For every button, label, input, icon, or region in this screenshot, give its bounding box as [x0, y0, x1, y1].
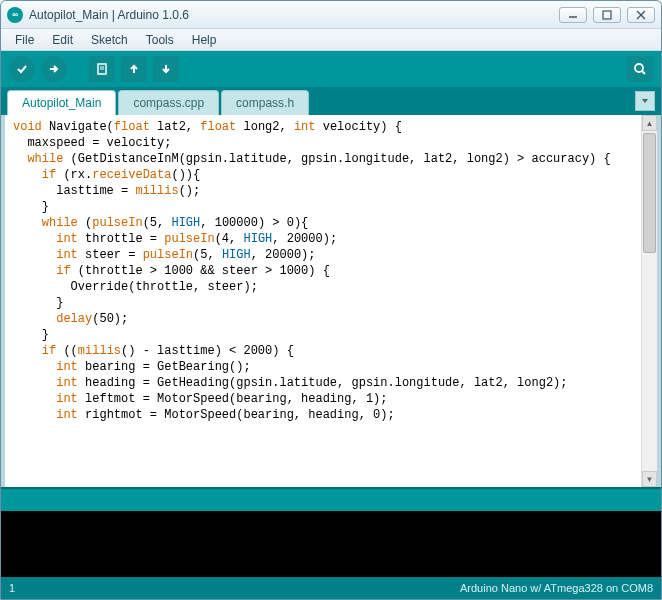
code-editor[interactable]: void Navigate(float lat2, float long2, i… — [5, 115, 641, 487]
app-icon: ∞ — [7, 7, 23, 23]
new-sketch-button[interactable] — [89, 56, 115, 82]
scroll-down-button[interactable]: ▼ — [642, 471, 657, 487]
file-icon — [95, 62, 109, 76]
svg-line-8 — [642, 71, 645, 74]
editor-area: void Navigate(float lat2, float long2, i… — [1, 115, 661, 487]
check-icon — [15, 62, 29, 76]
chevron-down-icon — [640, 96, 650, 106]
close-button[interactable] — [627, 7, 655, 23]
menu-file[interactable]: File — [7, 31, 42, 49]
toolbar — [1, 51, 661, 87]
tab-bar: Autopilot_Main compass.cpp compass.h — [1, 87, 661, 115]
serial-monitor-button[interactable] — [627, 56, 653, 82]
tab-compass-cpp[interactable]: compass.cpp — [118, 90, 219, 115]
arrow-down-icon — [159, 62, 173, 76]
titlebar[interactable]: ∞ Autopilot_Main | Arduino 1.0.6 — [1, 1, 661, 29]
svg-point-7 — [635, 64, 643, 72]
status-line-number: 1 — [9, 582, 460, 594]
menu-tools[interactable]: Tools — [138, 31, 182, 49]
tab-menu-button[interactable] — [635, 91, 655, 111]
menu-edit[interactable]: Edit — [44, 31, 81, 49]
window-controls — [559, 7, 655, 23]
tab-compass-h[interactable]: compass.h — [221, 90, 309, 115]
scroll-up-button[interactable]: ▲ — [642, 115, 657, 131]
arrow-up-icon — [127, 62, 141, 76]
svg-rect-1 — [603, 11, 611, 19]
console-header — [1, 487, 661, 511]
open-sketch-button[interactable] — [121, 56, 147, 82]
window-title: Autopilot_Main | Arduino 1.0.6 — [29, 8, 559, 22]
save-sketch-button[interactable] — [153, 56, 179, 82]
maximize-button[interactable] — [593, 7, 621, 23]
verify-button[interactable] — [9, 56, 35, 82]
menu-bar: File Edit Sketch Tools Help — [1, 29, 661, 51]
tab-autopilot-main[interactable]: Autopilot_Main — [7, 90, 116, 115]
upload-button[interactable] — [41, 56, 67, 82]
minimize-button[interactable] — [559, 7, 587, 23]
status-bar: 1 Arduino Nano w/ ATmega328 on COM8 — [1, 577, 661, 599]
serial-monitor-icon — [632, 61, 648, 77]
scroll-track[interactable] — [642, 131, 657, 471]
menu-sketch[interactable]: Sketch — [83, 31, 136, 49]
vertical-scrollbar[interactable]: ▲ ▼ — [641, 115, 657, 487]
scroll-thumb[interactable] — [643, 133, 656, 253]
app-window: ∞ Autopilot_Main | Arduino 1.0.6 File Ed… — [0, 0, 662, 600]
arrow-right-icon — [47, 62, 61, 76]
status-board-port: Arduino Nano w/ ATmega328 on COM8 — [460, 582, 653, 594]
console-output[interactable] — [1, 511, 661, 577]
menu-help[interactable]: Help — [184, 31, 225, 49]
